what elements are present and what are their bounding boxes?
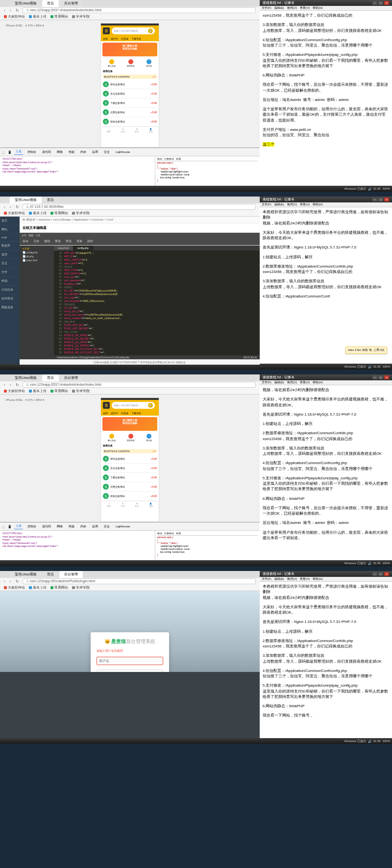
toolbar-button[interactable]: 查找	[66, 239, 72, 244]
devtools-tab[interactable]: 网络	[55, 149, 64, 155]
bookmark-item[interactable]: 学术学院	[72, 211, 90, 216]
devtools-tab[interactable]: 元素	[14, 523, 23, 529]
menu-item[interactable]: 文件(F)	[262, 202, 271, 207]
notepad-content[interactable]: 本教程和资源仅供学习和研究使用，严禁进行商业用途，如有侵权请告知删除 视频，请在…	[260, 207, 392, 305]
browser-tab[interactable]: 首页	[42, 374, 59, 381]
devtools-tab[interactable]: 性能	[67, 149, 76, 155]
devtools-tab[interactable]: 性能	[67, 524, 76, 529]
bookmark-item[interactable]: 大家软件站	[4, 389, 25, 394]
editor-tab[interactable]: config.php	[74, 246, 93, 250]
inspect-icon[interactable]: ⬚	[2, 525, 5, 528]
device-toolbar[interactable]: iPhone 5/SE... ▾ 375 × 85% ▾	[4, 397, 46, 402]
forward-icon[interactable]: ›	[10, 8, 14, 12]
browser-tab[interactable]: 首页	[42, 197, 59, 203]
menu-item[interactable]: 帮助(H)	[313, 380, 322, 385]
toolbar-button[interactable]: 重做	[55, 239, 61, 244]
address-bar[interactable]: ⚠ 47.115.7.62:3939/files	[23, 204, 256, 210]
maximize-icon[interactable]: □	[378, 572, 383, 576]
reload-icon[interactable]: ↻	[16, 383, 20, 387]
minimize-icon[interactable]: ─	[372, 572, 377, 576]
taskbar[interactable]: Windows 已激活 🔊 21:35 100%	[0, 738, 392, 744]
reload-icon[interactable]: ↻	[16, 205, 20, 209]
toolbar-button[interactable]: 替换	[76, 239, 82, 244]
bookmark-item[interactable]: 基本上传	[29, 211, 47, 216]
nav-tab[interactable]: 下载专区	[131, 412, 141, 415]
nav-tab[interactable]: 进行中	[111, 412, 118, 415]
elements-tree[interactable]: <!DOCTYPE html><html class="pixel-ratio-…	[0, 156, 155, 186]
task-item[interactable]: S评论任务测试+3.00	[103, 80, 157, 89]
close-icon[interactable]: ✕	[384, 1, 389, 5]
menu-item[interactable]: 格式(O)	[287, 202, 297, 207]
search-icon[interactable]: 🔍	[148, 403, 153, 408]
sidebar-item[interactable]: 安全	[0, 259, 20, 268]
file-tree-item[interactable]: 📄 db.php	[21, 254, 53, 258]
file-tree-item[interactable]: 📄 config.php	[21, 250, 53, 254]
quick-icon[interactable]: 签到有礼	[127, 59, 135, 67]
browser-tab[interactable]: 后台管理	[59, 374, 83, 381]
menu-item[interactable]: 编辑(E)	[274, 577, 284, 581]
menu-item[interactable]: 编辑(E)	[274, 202, 284, 207]
bottom-nav-item[interactable]: ✚发布	[135, 502, 139, 507]
bottom-nav-item[interactable]: ⌂首页	[107, 502, 111, 507]
sidebar-item[interactable]: 面板设置	[0, 303, 20, 312]
toolbar-button[interactable]: 保存	[23, 239, 28, 244]
menu-item[interactable]: 文件(F)	[262, 6, 271, 10]
promo-banner[interactable]: 热门新游上线 奖试玩分钱拿	[102, 43, 157, 56]
quick-icon[interactable]: 新人礼包	[108, 59, 116, 67]
browser-tab[interactable]: 首页	[42, 0, 59, 7]
browser-tab[interactable]: 后台管理	[59, 571, 83, 578]
editor-menu[interactable]: 工具	[35, 234, 40, 237]
device-icon[interactable]: 📱	[8, 150, 11, 154]
code-editor[interactable]: 30'APP_KEY' => 'wqeqw170...',31'APP_ID' …	[54, 250, 260, 355]
sidebar-item[interactable]: 首页	[0, 217, 20, 225]
back-icon[interactable]: ‹	[4, 205, 8, 209]
browser-tab[interactable]: 首页	[42, 571, 59, 578]
forward-icon[interactable]: ›	[10, 205, 14, 209]
bottom-nav-item[interactable]: ⌂首页	[107, 128, 111, 133]
bookmark-item[interactable]: 大家软件站	[4, 211, 25, 216]
notepad-content[interactable]: 本教程和资源仅供学习和研究使用，严禁进行商业用途，如有侵权请告知删除 视频，请在…	[260, 582, 392, 724]
nav-tab[interactable]: 进行中	[111, 37, 118, 40]
reload-icon[interactable]: ↻	[16, 579, 20, 583]
promo-strip[interactable]: 爆款热手好任务 红包快快快抢+5.9	[103, 74, 157, 79]
notepad-content[interactable]: xsm123456，我直接用这个了，你们记得换成自己的3.添加数据库，填入你的数…	[260, 11, 392, 153]
minimize-icon[interactable]: ─	[372, 198, 377, 201]
editor-menu[interactable]: 文件	[22, 234, 26, 237]
minimize-icon[interactable]: ─	[372, 375, 377, 379]
devtools-tab[interactable]: 网络	[55, 524, 64, 529]
device-toolbar[interactable]: iPhone 5/SE... ▾ 375 × 85% ▾	[4, 23, 46, 27]
browser-tab[interactable]: 宝塔Linux面板	[10, 571, 42, 578]
bottom-nav-item[interactable]: 👤我的	[149, 502, 153, 507]
task-item[interactable]: S评论任务测试+3.00	[103, 454, 157, 464]
bookmark-item[interactable]: 常用网站	[50, 585, 68, 590]
quick-icon[interactable]: 排行榜	[146, 434, 152, 442]
toolbar-button[interactable]: 撤销	[44, 239, 50, 244]
back-icon[interactable]: ‹	[4, 8, 8, 12]
menu-item[interactable]: 文件(F)	[262, 380, 271, 385]
maximize-icon[interactable]: □	[378, 1, 383, 5]
device-icon[interactable]: 📱	[8, 525, 11, 528]
devtools-tab[interactable]: 应用	[91, 524, 99, 529]
address-bar[interactable]: ⚠ xsm.123xapp.0537.dmkadmin/index/index.…	[23, 7, 256, 13]
bookmark-item[interactable]: 常用网站	[50, 389, 68, 394]
devtools-tab[interactable]: Lighthouse	[114, 150, 131, 154]
nav-tab[interactable]: 全部	[103, 37, 108, 40]
toolbar-button[interactable]: 跳转	[87, 239, 93, 244]
menu-item[interactable]: 查看(V)	[300, 380, 310, 385]
sidebar-item[interactable]: 数据库	[0, 242, 20, 250]
devtools-tab[interactable]: 内存	[79, 149, 88, 155]
nav-tab[interactable]: 已完成	[121, 37, 128, 40]
file-tree-item[interactable]: ▾ 目录	[21, 247, 53, 250]
bottom-nav-item[interactable]: ☷任务	[121, 502, 125, 507]
sidebar-item[interactable]: FTP	[0, 234, 20, 242]
menu-item[interactable]: 帮助(H)	[313, 577, 322, 581]
task-item[interactable]: S下载任务测试+6.00	[103, 99, 157, 108]
quick-icon[interactable]: 新人礼包	[108, 434, 116, 442]
address-bar[interactable]: ⚠ xsm.123xapp.051/dadmin/Public/login.ht…	[23, 578, 256, 584]
reload-icon[interactable]: ↻	[16, 8, 20, 12]
styles-pane[interactable]: 样式 计算样式 布局 element.style {}*, *:before, …	[155, 156, 260, 186]
menu-item[interactable]: 文件(F)	[262, 577, 271, 581]
close-icon[interactable]: ✕	[384, 572, 389, 576]
close-icon[interactable]: ✕	[384, 375, 389, 379]
devtools-tab[interactable]: 安全	[102, 149, 111, 155]
